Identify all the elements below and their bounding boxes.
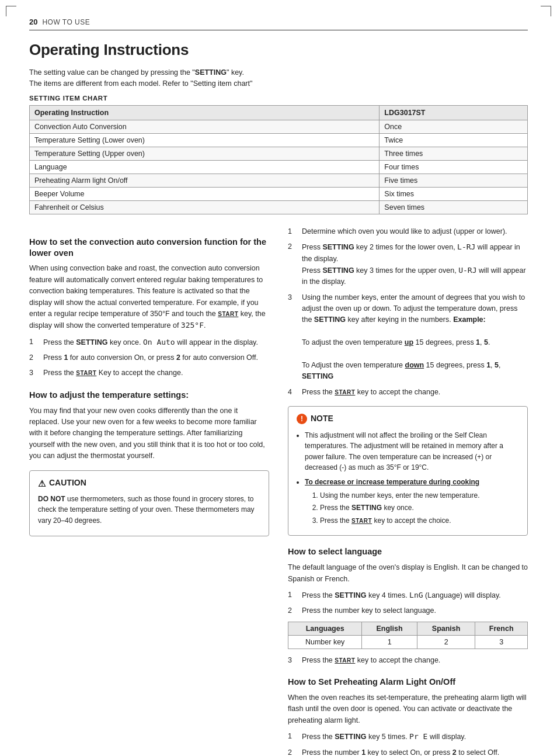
table-cell: Convection Auto Conversion [30, 120, 380, 133]
temp-mono: 325°F [181, 321, 204, 330]
table-cell: Beeper Volume [30, 187, 380, 200]
language-body: The default language of the oven's displ… [288, 562, 528, 585]
table-cell: Preheating Alarm light On/off [30, 174, 380, 187]
lang-header-french: French [475, 622, 528, 635]
table-cell: Three times [380, 147, 528, 160]
lang-cell-1: 1 [362, 635, 417, 649]
table-cell: Temperature Setting (Upper oven) [30, 147, 380, 160]
temp-body: You may find that your new oven cooks di… [29, 405, 269, 462]
preheat-section-title: How to Set Preheating Alarm Light On/Off [288, 677, 528, 688]
start-key-lang: START [335, 657, 355, 664]
note-bullet-2: To decrease or increase temperature duri… [305, 477, 519, 526]
temp-right-step-1: 1 Determine which oven you would like to… [288, 226, 528, 237]
left-column: How to set the convection auto conversio… [29, 226, 269, 756]
conv-step-3: 3 Press the START Key to accept the chan… [29, 367, 269, 379]
lang-header-lang: Languages [288, 622, 362, 635]
two-column-layout: How to set the convection auto conversio… [29, 226, 528, 756]
table-cell: Once [380, 120, 528, 133]
note-sub-step-1: Using the number keys, enter the new tem… [320, 490, 519, 501]
table-cell: Six times [380, 187, 528, 200]
table-cell: Fahrenheit or Celsius [30, 200, 380, 214]
note-sub-step-2: Press the SETTING key once. [320, 502, 519, 514]
note-title: NOTE [311, 412, 333, 425]
convection-body: When using convection bake and roast, th… [29, 263, 269, 331]
lang-header-spanish: Spanish [417, 622, 475, 635]
start-key-conv: START [76, 370, 96, 376]
page-header: 20 HOW TO USE [29, 18, 528, 30]
caution-header: ⚠ CAUTION [38, 477, 260, 490]
lang-cell-2: 2 [417, 635, 475, 649]
temp-right-step-4: 4 Press the START key to accept the chan… [288, 387, 528, 398]
preheat-step-1: 1 Press the SETTING key 5 times. Pr E wi… [288, 731, 528, 743]
temp-right-step-2: 2 Press SETTING key 2 times for the lowe… [288, 241, 528, 288]
conv-step-2: 2 Press 1 for auto conversion On, or pre… [29, 352, 269, 363]
note-bullets: This adjustment will not affect the broi… [305, 430, 519, 526]
conv-step-1: 1 Press the SETTING key once. On Auto wi… [29, 337, 269, 348]
start-key-ref: START [218, 311, 238, 317]
note-sub-steps: Using the number keys, enter the new tem… [311, 490, 519, 526]
lang-cell-label: Number key [288, 635, 362, 649]
table-cell: Twice [380, 133, 528, 147]
start-key-temp: START [335, 389, 355, 396]
intro-setting-bold: SETTING [195, 68, 227, 77]
table-cell: Language [30, 160, 380, 174]
lang-step-1: 1 Press the SETTING key 4 times. LnG (La… [288, 589, 528, 601]
page: 20 HOW TO USE Operating Instructions The… [0, 0, 557, 756]
lang-step-3: 3 Press the START key to accept the chan… [288, 655, 528, 666]
note-bullet-1: This adjustment will not affect the broi… [305, 430, 519, 473]
corner-mark-tr [541, 6, 551, 16]
main-title: Operating Instructions [29, 41, 528, 59]
note-icon: ! [297, 414, 307, 424]
corner-mark-tl [6, 6, 16, 16]
page-section-label: HOW TO USE [42, 18, 90, 26]
lang-header-english: English [362, 622, 417, 635]
setting-chart-block: SETTING ITEM CHART Operating Instruction… [29, 95, 528, 214]
lang-step-2: 2 Press the number key to select languag… [288, 605, 528, 616]
language-section-title: How to select language [288, 546, 528, 557]
table-cell: Temperature Setting (Lower oven) [30, 133, 380, 147]
lang-row-numkey: Number key 1 2 3 [288, 635, 528, 649]
caution-title: CAUTION [49, 477, 86, 490]
start-key-note: START [351, 518, 372, 524]
right-column: 1 Determine which oven you would like to… [288, 226, 528, 756]
temp-section-title: How to adjust the temperature settings: [29, 390, 269, 401]
setting-table: Operating Instruction LDG3017ST Convecti… [29, 105, 528, 214]
note-header: ! NOTE [297, 412, 519, 425]
caution-icon: ⚠ [38, 477, 46, 490]
caution-text: DO NOT use thermometers, such as those f… [38, 494, 260, 526]
convection-section-title: How to set the convection auto conversio… [29, 237, 269, 259]
convection-steps: 1 Press the SETTING key once. On Auto wi… [29, 337, 269, 379]
note-box: ! NOTE This adjustment will not affect t… [288, 406, 528, 536]
table-cell: Seven times [380, 200, 528, 214]
table-header-model: LDG3017ST [380, 105, 528, 120]
caution-box: ⚠ CAUTION DO NOT use thermometers, such … [29, 470, 269, 536]
setting-chart-title: SETTING ITEM CHART [29, 95, 528, 102]
language-table: Languages English Spanish French Number … [288, 622, 528, 649]
page-number: 20 [29, 18, 37, 26]
preheat-step-2: 2 Press the number 1 key to select On, o… [288, 747, 528, 757]
lang-cell-3: 3 [475, 635, 528, 649]
table-cell: Five times [380, 174, 528, 187]
table-cell: Four times [380, 160, 528, 174]
intro-text: The setting value can be changed by pres… [29, 67, 528, 90]
preheat-body: When the oven reaches its set-temperatur… [288, 692, 528, 726]
temp-right-step-3: 3 Using the number keys, enter the amoun… [288, 292, 528, 383]
note-sub-step-3: Press the START key to accept the choice… [320, 515, 519, 526]
table-header-instruction: Operating Instruction [30, 105, 380, 120]
